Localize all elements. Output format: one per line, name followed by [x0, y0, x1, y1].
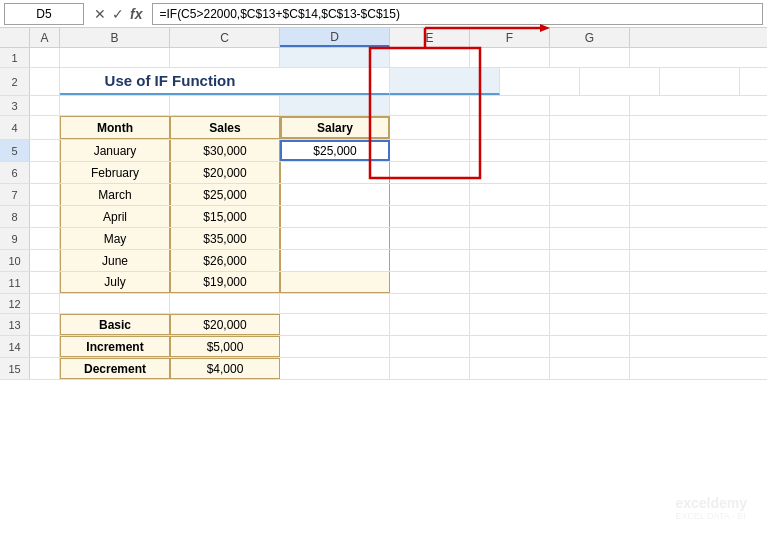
- cell-g1[interactable]: [550, 48, 630, 67]
- cell-g14[interactable]: [550, 336, 630, 357]
- cell-e4[interactable]: [390, 116, 470, 139]
- confirm-icon[interactable]: ✓: [112, 6, 124, 22]
- cell-g6[interactable]: [550, 162, 630, 183]
- cell-f12[interactable]: [470, 294, 550, 313]
- cell-g2[interactable]: [660, 68, 740, 95]
- cell-f1[interactable]: [470, 48, 550, 67]
- cell-g8[interactable]: [550, 206, 630, 227]
- cell-c4-sales[interactable]: Sales: [170, 116, 280, 139]
- cell-d11[interactable]: [280, 272, 390, 293]
- cell-f7[interactable]: [470, 184, 550, 205]
- cell-d9[interactable]: [280, 228, 390, 249]
- cell-c3[interactable]: [170, 96, 280, 115]
- cell-d10[interactable]: [280, 250, 390, 271]
- cell-d2[interactable]: [390, 68, 500, 95]
- cell-g4[interactable]: [550, 116, 630, 139]
- cell-b1[interactable]: [60, 48, 170, 67]
- cell-f10[interactable]: [470, 250, 550, 271]
- cell-f3[interactable]: [470, 96, 550, 115]
- cell-reference-box[interactable]: D5: [4, 3, 84, 25]
- cell-g12[interactable]: [550, 294, 630, 313]
- formula-bar[interactable]: =IF(C5>22000,$C$13+$C$14,$C$13-$C$15): [152, 3, 763, 25]
- cell-a6[interactable]: [30, 162, 60, 183]
- cell-d13[interactable]: [280, 314, 390, 335]
- col-header-b[interactable]: B: [60, 28, 170, 47]
- cell-e14[interactable]: [390, 336, 470, 357]
- cell-c9[interactable]: $35,000: [170, 228, 280, 249]
- cell-d1[interactable]: [280, 48, 390, 67]
- cell-e6[interactable]: [390, 162, 470, 183]
- cell-e7[interactable]: [390, 184, 470, 205]
- cell-c7[interactable]: $25,000: [170, 184, 280, 205]
- cell-d5-active[interactable]: $25,000: [280, 140, 390, 161]
- cell-b15-decrement[interactable]: Decrement: [60, 358, 170, 379]
- cell-a14[interactable]: [30, 336, 60, 357]
- cell-c6[interactable]: $20,000: [170, 162, 280, 183]
- cell-e2[interactable]: [500, 68, 580, 95]
- cell-b7[interactable]: March: [60, 184, 170, 205]
- cell-b12[interactable]: [60, 294, 170, 313]
- cell-c13-basic-val[interactable]: $20,000: [170, 314, 280, 335]
- cell-a10[interactable]: [30, 250, 60, 271]
- cell-c11[interactable]: $19,000: [170, 272, 280, 293]
- cell-e12[interactable]: [390, 294, 470, 313]
- cell-f6[interactable]: [470, 162, 550, 183]
- cell-a11[interactable]: [30, 272, 60, 293]
- cell-d7[interactable]: [280, 184, 390, 205]
- insert-function-icon[interactable]: fx: [130, 6, 142, 22]
- cell-f14[interactable]: [470, 336, 550, 357]
- cell-b2-title[interactable]: Use of IF Function: [60, 68, 280, 95]
- cell-b5[interactable]: January: [60, 140, 170, 161]
- cell-e1[interactable]: [390, 48, 470, 67]
- cell-b13-basic[interactable]: Basic: [60, 314, 170, 335]
- cell-a5[interactable]: [30, 140, 60, 161]
- cell-b11[interactable]: July: [60, 272, 170, 293]
- cell-g11[interactable]: [550, 272, 630, 293]
- cell-g10[interactable]: [550, 250, 630, 271]
- col-header-e[interactable]: E: [390, 28, 470, 47]
- cell-c12[interactable]: [170, 294, 280, 313]
- cell-d4-salary[interactable]: Salary: [280, 116, 390, 139]
- cell-f13[interactable]: [470, 314, 550, 335]
- cell-c14-increment-val[interactable]: $5,000: [170, 336, 280, 357]
- cell-d15[interactable]: [280, 358, 390, 379]
- col-header-f[interactable]: F: [470, 28, 550, 47]
- col-header-a[interactable]: A: [30, 28, 60, 47]
- cell-b4-month[interactable]: Month: [60, 116, 170, 139]
- cell-g15[interactable]: [550, 358, 630, 379]
- col-header-d[interactable]: D: [280, 28, 390, 47]
- cell-b3[interactable]: [60, 96, 170, 115]
- cell-e5[interactable]: [390, 140, 470, 161]
- cell-c15-decrement-val[interactable]: $4,000: [170, 358, 280, 379]
- cell-a3[interactable]: [30, 96, 60, 115]
- cell-g7[interactable]: [550, 184, 630, 205]
- cell-b8[interactable]: April: [60, 206, 170, 227]
- cell-b14-increment[interactable]: Increment: [60, 336, 170, 357]
- cell-c1[interactable]: [170, 48, 280, 67]
- cell-e10[interactable]: [390, 250, 470, 271]
- cell-a1[interactable]: [30, 48, 60, 67]
- cell-b6[interactable]: February: [60, 162, 170, 183]
- cell-b10[interactable]: June: [60, 250, 170, 271]
- cell-d14[interactable]: [280, 336, 390, 357]
- col-header-c[interactable]: C: [170, 28, 280, 47]
- cell-d3[interactable]: [280, 96, 390, 115]
- cell-f15[interactable]: [470, 358, 550, 379]
- cell-f11[interactable]: [470, 272, 550, 293]
- cell-a8[interactable]: [30, 206, 60, 227]
- cancel-icon[interactable]: ✕: [94, 6, 106, 22]
- cell-d8[interactable]: [280, 206, 390, 227]
- cell-e8[interactable]: [390, 206, 470, 227]
- cell-e11[interactable]: [390, 272, 470, 293]
- cell-a9[interactable]: [30, 228, 60, 249]
- cell-g13[interactable]: [550, 314, 630, 335]
- cell-f4[interactable]: [470, 116, 550, 139]
- cell-e9[interactable]: [390, 228, 470, 249]
- cell-g5[interactable]: [550, 140, 630, 161]
- cell-c5[interactable]: $30,000: [170, 140, 280, 161]
- cell-b9[interactable]: May: [60, 228, 170, 249]
- cell-f5[interactable]: [470, 140, 550, 161]
- cell-g3[interactable]: [550, 96, 630, 115]
- cell-c8[interactable]: $15,000: [170, 206, 280, 227]
- cell-a12[interactable]: [30, 294, 60, 313]
